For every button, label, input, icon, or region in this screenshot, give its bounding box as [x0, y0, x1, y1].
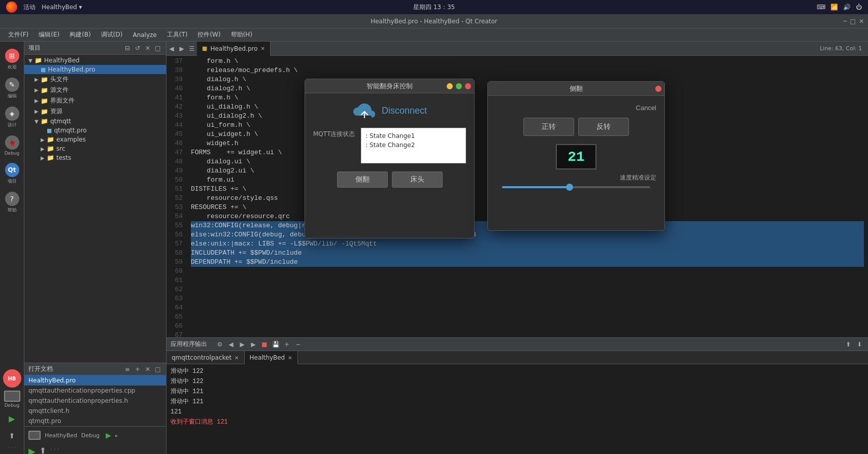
tree-item-src[interactable]: ▶ 📁 src	[24, 144, 166, 153]
output-tab-qmqtt-close[interactable]: ✕	[235, 355, 239, 361]
minimize-btn[interactable]: ─	[843, 18, 847, 25]
tree-item-healthybed-pro[interactable]: ■ HealthyBed.pro	[24, 65, 166, 74]
pro-icon: ■	[41, 66, 46, 73]
system-bar: 活动 HealthyBed ▾ 星期四 13：35 ⌨ 📶 🔊 ⏻	[0, 0, 868, 14]
output-icons: ⚙ ◀ ▶ ▶ ■ 💾 + −	[215, 340, 303, 349]
disconnect-button[interactable]: Disconnect	[382, 106, 427, 116]
output-icon-minus[interactable]: −	[293, 340, 303, 349]
tree-item-sources[interactable]: ▶ 📁 源文件	[24, 85, 166, 95]
sidebar-item-monitor[interactable]: Debug	[1, 390, 23, 409]
open-doc-item-3[interactable]: qmqttclient.h	[24, 406, 166, 416]
tree-item-ui[interactable]: ▶ 📁 界面文件	[24, 95, 166, 106]
tab-nav-back[interactable]: ◀	[166, 42, 177, 56]
output-icon-back[interactable]: ◀	[226, 340, 236, 349]
tree-item-qtmqtt-pro[interactable]: ■ qtmqtt.pro	[24, 126, 166, 135]
main-dialog-buttons	[447, 83, 471, 89]
output-tab-healthybed[interactable]: HealthyBed ✕	[245, 351, 298, 364]
output-icon-save[interactable]: 💾	[271, 340, 280, 349]
panel-icon-filter[interactable]: ⊟	[123, 44, 131, 52]
menu-debug[interactable]: 调试(D)	[97, 29, 127, 40]
sidebar-item-edit[interactable]: ✎ 编辑	[1, 75, 23, 102]
open-doc-item-2[interactable]: qmqttauthenticationproperties.h	[24, 396, 166, 406]
file-icon-qtmqtt-pro: ■	[47, 127, 52, 134]
sidebar-item-run[interactable]: ▶	[1, 411, 23, 427]
output-icon-collapse[interactable]: ⬇	[855, 340, 864, 349]
sidebar-item-design[interactable]: ◈ 设计	[1, 103, 23, 131]
output-icon-settings[interactable]: ⚙	[215, 340, 224, 349]
open-docs-header: 打开文档 ≡ + ✕ □	[24, 363, 166, 375]
menu-build[interactable]: 构建(B)	[65, 29, 95, 40]
upload-btn-main[interactable]: ⬆	[40, 446, 46, 454]
bed-head-button[interactable]: 床头	[392, 171, 443, 188]
sidebar-item-upload[interactable]: ⬆	[1, 429, 23, 443]
welcome-icon: ⊞	[5, 49, 19, 63]
open-docs-icon3[interactable]: ✕	[144, 365, 152, 373]
open-docs-icon4[interactable]: □	[154, 365, 162, 373]
project-tree: ▼ 📁 HealthyBed ■ HealthyBed.pro ▶ 📁 头文件	[24, 55, 166, 363]
main-dialog-minimize[interactable]	[447, 83, 453, 89]
slider-thumb[interactable]	[566, 184, 573, 191]
run-btn-main[interactable]: ▶	[28, 446, 36, 454]
menu-analyze[interactable]: Analyze	[128, 30, 160, 40]
side-flip-button[interactable]: 侧翻	[337, 171, 388, 188]
panel-icon-maximize[interactable]: □	[154, 44, 162, 52]
panel-icon-sync[interactable]: ↺	[133, 44, 142, 52]
reverse-rotation-btn[interactable]: 反转	[578, 118, 629, 136]
output-icon-expand[interactable]: ⬆	[844, 340, 853, 349]
sidebar-item-welcome[interactable]: ⊞ 欢迎	[1, 46, 23, 74]
menu-tools[interactable]: 工具(T)	[163, 29, 192, 40]
menu-file[interactable]: 文件(F)	[4, 29, 32, 40]
side-dialog-close[interactable]	[655, 86, 661, 92]
output-icon-add[interactable]: +	[282, 340, 291, 349]
left-sidebar: ⊞ 欢迎 ✎ 编辑 ◈ 设计 🐞 Debug Qt 项目 ? 帮助 HB	[0, 42, 24, 454]
open-docs-icon2[interactable]: +	[133, 365, 142, 373]
tab-healthybed-pro[interactable]: ■ HealthyBed.pro ✕	[197, 42, 271, 56]
panel-icon-close-panel[interactable]: ✕	[144, 44, 152, 52]
tree-item-tests[interactable]: ▶ 📁 tests	[24, 153, 166, 162]
power-icon[interactable]: ⏻	[856, 4, 862, 11]
run-btn-small[interactable]: ▶	[106, 431, 111, 439]
tab-nav-forward[interactable]: ▶	[177, 42, 187, 56]
output-icon-stop[interactable]: ■	[260, 340, 269, 349]
menu-edit[interactable]: 编辑(E)	[35, 29, 63, 40]
sidebar-item-project[interactable]: Qt 项目	[1, 160, 23, 188]
tree-item-headers[interactable]: ▶ 📁 头文件	[24, 74, 166, 85]
run-arrow-small[interactable]: ▸	[115, 433, 118, 438]
activities-label[interactable]: 活动	[23, 3, 36, 12]
tree-arrow-headers: ▶	[35, 77, 41, 82]
tree-item-examples[interactable]: ▶ 📁 examples	[24, 135, 166, 144]
folder-icon-src: 📁	[47, 145, 54, 152]
sidebar-item-debug[interactable]: 🐞 Debug	[1, 132, 23, 159]
output-icon-run[interactable]: ▶	[249, 340, 258, 349]
tree-item-healthybed[interactable]: ▼ 📁 HealthyBed	[24, 56, 166, 65]
tab-pro-icon: ■	[202, 45, 207, 52]
open-docs-list: HealthyBed.pro qmqttauthenticationproper…	[24, 375, 166, 426]
side-dialog: 侧翻 Cancel 正转 反转 21 速度精准设定	[487, 81, 665, 231]
app-menu[interactable]: HealthyBed ▾	[42, 4, 82, 11]
open-docs-icon1[interactable]: ≡	[123, 365, 131, 373]
sidebar-item-help[interactable]: ? 帮助	[1, 189, 23, 217]
output-tab-qmqtt[interactable]: qmqttcontrolpacket ✕	[166, 351, 245, 364]
main-dialog-maximize[interactable]	[456, 83, 462, 89]
tab-nav-menu[interactable]: ☰	[187, 42, 197, 56]
cancel-button[interactable]: Cancel	[636, 104, 656, 112]
maximize-btn[interactable]: □	[850, 18, 856, 25]
output-panel: 应用程序输出 ⚙ ◀ ▶ ▶ ■ 💾 + − ⬆ ⬇ qmq	[166, 337, 868, 454]
tree-item-qtmqtt[interactable]: ▼ 📁 qtmqtt	[24, 117, 166, 126]
tree-item-resources[interactable]: ▶ 📁 资源	[24, 106, 166, 117]
output-icon-forward[interactable]: ▶	[238, 340, 247, 349]
close-btn[interactable]: ✕	[859, 18, 864, 25]
tab-close-btn[interactable]: ✕	[261, 46, 265, 51]
main-dialog-close[interactable]	[465, 83, 471, 89]
menu-controls[interactable]: 控件(W)	[193, 29, 224, 40]
forward-rotation-btn[interactable]: 正转	[523, 118, 574, 136]
open-doc-item-4[interactable]: qtmqtt.pro	[24, 416, 166, 426]
output-tab-healthybed-close[interactable]: ✕	[288, 355, 292, 361]
open-doc-item-1[interactable]: qmqttauthenticationproperties.cpp	[24, 386, 166, 396]
help-icon: ?	[5, 192, 19, 206]
menu-help[interactable]: 帮助(H)	[227, 29, 256, 40]
connect-section: Disconnect	[313, 101, 466, 120]
open-doc-item-0[interactable]: HealthyBed.pro	[24, 375, 166, 386]
tree-arrow-resources: ▶	[35, 109, 41, 114]
side-dialog-content: Cancel 正转 反转 21 速度精准设定	[488, 96, 664, 196]
